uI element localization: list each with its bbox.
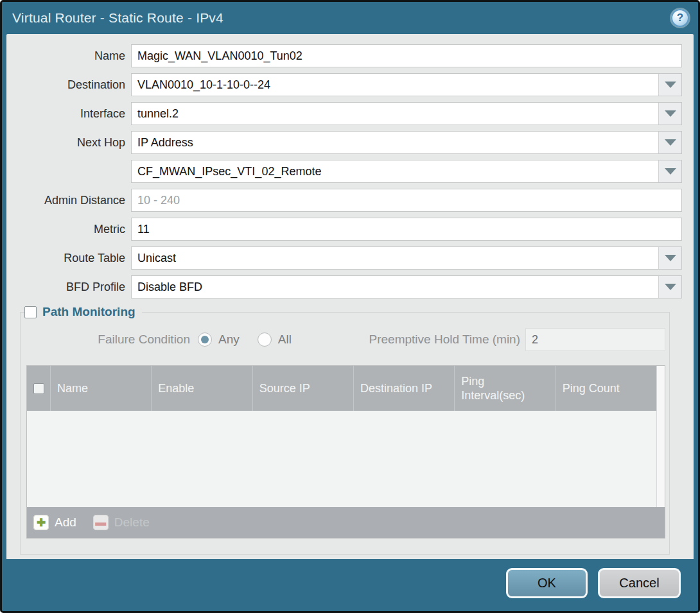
cancel-button[interactable]: Cancel [598, 568, 681, 598]
radio-all-label: All [278, 332, 292, 347]
table-header-checkbox-cell [27, 366, 51, 411]
name-input[interactable] [132, 45, 681, 67]
preemptive-hold-time-input[interactable] [526, 329, 665, 350]
bfd-profile-dropdown-button[interactable] [658, 276, 681, 298]
add-button[interactable]: ✚ Add [33, 515, 76, 530]
interface-dropdown-button[interactable] [658, 103, 681, 125]
destination-field [131, 73, 682, 96]
path-monitoring-table: Name Enable Source IP Destination IP Pin… [26, 365, 665, 539]
metric-label: Metric [6, 223, 131, 236]
path-monitoring-legend: Path Monitoring [24, 305, 142, 319]
preemptive-hold-time-field [525, 328, 665, 351]
radio-dot [201, 336, 209, 343]
form-row-next-hop-address [6, 160, 682, 183]
delete-button[interactable]: ▬ Delete [93, 515, 150, 530]
column-header-source-ip: Source IP [253, 366, 354, 411]
name-label: Name [6, 49, 131, 63]
route-table-field [131, 246, 682, 270]
path-monitoring-controls: Failure Condition Any All Preemptive Hol… [23, 328, 665, 351]
admin-distance-input[interactable] [132, 189, 681, 211]
path-monitoring-section: Path Monitoring Failure Condition Any Al… [20, 305, 670, 555]
bfd-profile-input[interactable] [132, 276, 658, 298]
chevron-down-icon [665, 139, 676, 146]
next-hop-type-input[interactable] [132, 132, 658, 153]
metric-field [131, 218, 682, 241]
dialog-footer: OK Cancel [2, 559, 698, 611]
chevron-down-icon [665, 284, 676, 290]
chevron-down-icon [665, 110, 676, 117]
route-table-dropdown-button[interactable] [658, 247, 681, 269]
name-field [131, 44, 682, 67]
form-row-admin-distance: Admin Distance [6, 189, 682, 212]
ok-button[interactable]: OK [506, 568, 588, 598]
plus-icon: ✚ [33, 515, 49, 530]
path-monitoring-title: Path Monitoring [42, 305, 136, 319]
failure-condition-option-any: Any [198, 332, 240, 347]
chevron-down-icon [665, 82, 676, 88]
form-row-bfd-profile: BFD Profile [6, 275, 682, 298]
column-header-name: Name [51, 366, 152, 411]
route-table-label: Route Table [6, 252, 131, 265]
next-hop-type-field [131, 131, 682, 154]
interface-label: Interface [6, 107, 131, 121]
failure-condition-option-all: All [258, 332, 292, 347]
radio-any-label: Any [218, 332, 240, 347]
dialog-titlebar: Virtual Router - Static Route - IPv4 ? [2, 2, 698, 34]
failure-condition-label: Failure Condition [23, 332, 198, 347]
form-row-metric: Metric [6, 218, 682, 241]
next-hop-address-input[interactable] [132, 160, 658, 182]
bfd-profile-label: BFD Profile [6, 281, 131, 294]
admin-distance-field [131, 189, 682, 212]
next-hop-address-dropdown-button[interactable] [658, 160, 681, 182]
column-header-ping-count: Ping Count [556, 366, 656, 411]
destination-input[interactable] [132, 74, 658, 96]
table-body-empty [27, 411, 665, 507]
form-row-interface: Interface [6, 102, 682, 125]
column-header-ping-interval: Ping Interval(sec) [455, 366, 556, 411]
chevron-down-icon [665, 168, 676, 175]
preemptive-hold-time-label: Preemptive Hold Time (min) [369, 332, 525, 347]
static-route-dialog: Virtual Router - Static Route - IPv4 ? N… [0, 0, 700, 613]
interface-field [131, 102, 682, 125]
add-button-label: Add [55, 515, 76, 530]
column-header-destination-ip: Destination IP [354, 366, 455, 411]
form-row-route-table: Route Table [6, 246, 682, 270]
bfd-profile-field [131, 275, 682, 298]
help-icon[interactable]: ? [671, 9, 689, 27]
next-hop-type-dropdown-button[interactable] [658, 132, 681, 153]
radio-any[interactable] [198, 332, 212, 347]
metric-input[interactable] [132, 218, 681, 240]
next-hop-address-field [131, 160, 682, 183]
destination-label: Destination [6, 78, 131, 92]
admin-distance-label: Admin Distance [6, 194, 131, 207]
chevron-down-icon [665, 255, 676, 261]
table-header: Name Enable Source IP Destination IP Pin… [27, 366, 665, 411]
delete-button-label: Delete [114, 515, 150, 530]
destination-dropdown-button[interactable] [658, 74, 681, 96]
column-header-enable: Enable [152, 366, 252, 411]
form-row-destination: Destination [6, 73, 682, 96]
path-monitoring-checkbox[interactable] [24, 306, 37, 318]
dialog-body: Name Destination Interface [6, 34, 694, 559]
interface-input[interactable] [132, 103, 658, 125]
table-toolbar: ✚ Add ▬ Delete [27, 507, 665, 538]
next-hop-label: Next Hop [6, 136, 131, 150]
radio-all[interactable] [258, 332, 272, 347]
route-table-input[interactable] [132, 247, 658, 269]
dialog-title: Virtual Router - Static Route - IPv4 [12, 10, 223, 26]
form-row-next-hop: Next Hop [6, 131, 682, 154]
minus-icon: ▬ [93, 515, 109, 530]
table-scrollbar-track[interactable] [656, 366, 665, 507]
select-all-checkbox[interactable] [33, 383, 44, 394]
form-row-name: Name [6, 44, 682, 67]
